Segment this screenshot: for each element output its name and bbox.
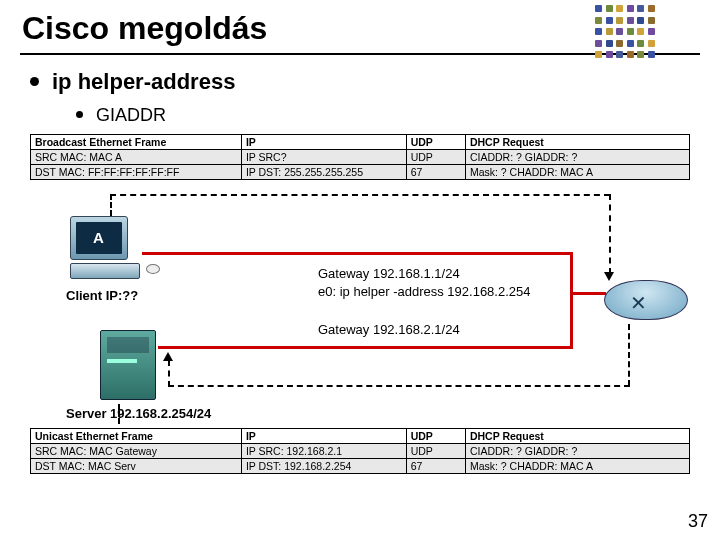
pc-label: A [93, 229, 104, 246]
cell: UDP [406, 444, 465, 459]
cell: DST MAC: FF:FF:FF:FF:FF:FF [31, 165, 242, 180]
cell: IP SRC? [241, 150, 406, 165]
arrow-router-to-server [168, 385, 630, 387]
bullet-giaddr: GIADDR [96, 105, 720, 126]
server-label: Server 192.168.2.254/24 [66, 406, 211, 421]
cell: Mask: ? CHADDR: MAC A [465, 459, 689, 474]
th-ip: IP [241, 429, 406, 444]
cell: SRC MAC: MAC A [31, 150, 242, 165]
th-dhcp: DHCP Request [465, 135, 689, 150]
bullet-ip-helper: ip helper-address [52, 69, 720, 95]
router-icon: ✕ [604, 280, 690, 330]
client-ip-label: Client IP:?? [66, 288, 138, 303]
th-frame: Unicast Ethernet Frame [31, 429, 242, 444]
cell: 67 [406, 459, 465, 474]
cell: 67 [406, 165, 465, 180]
link-vert [570, 252, 573, 348]
page-number: 37 [688, 511, 708, 532]
client-pc-icon: A [70, 216, 158, 279]
cell: DST MAC: MAC Serv [31, 459, 242, 474]
packet-table-unicast: Unicast Ethernet Frame IP UDP DHCP Reque… [30, 428, 690, 474]
th-dhcp: DHCP Request [465, 429, 689, 444]
th-frame: Broadcast Ethernet Frame [31, 135, 242, 150]
arrowhead-icon [163, 352, 173, 361]
topology: A Client IP:?? Gateway 192.168.1.1/24 e0… [30, 180, 690, 430]
cell: CIADDR: ? GIADDR: ? [465, 444, 689, 459]
th-udp: UDP [406, 135, 465, 150]
arrow-seg [609, 194, 611, 274]
link-to-router [570, 292, 606, 295]
cell: IP DST: 255.255.255.255 [241, 165, 406, 180]
server-icon [100, 330, 164, 400]
packet-table-broadcast: Broadcast Ethernet Frame IP UDP DHCP Req… [30, 134, 690, 180]
arrow-seg [110, 194, 112, 216]
gw-bot-label: Gateway 192.168.2.1/24 [318, 322, 460, 337]
helper-label: e0: ip helper -address 192.168.2.254 [318, 284, 531, 299]
gw-top-label: Gateway 192.168.1.1/24 [318, 266, 460, 281]
dhcp-relay-diagram: Broadcast Ethernet Frame IP UDP DHCP Req… [30, 134, 690, 494]
arrow-seg [118, 404, 120, 424]
cell: IP SRC: 192.168.2.1 [241, 444, 406, 459]
cell: CIADDR: ? GIADDR: ? [465, 150, 689, 165]
arrow-client-to-router [110, 194, 610, 196]
th-udp: UDP [406, 429, 465, 444]
link-bottom [158, 346, 573, 349]
arrow-seg [168, 360, 170, 387]
link-top [142, 252, 572, 255]
cell: UDP [406, 150, 465, 165]
cell: Mask: ? CHADDR: MAC A [465, 165, 689, 180]
decor-dots [595, 5, 655, 60]
cell: SRC MAC: MAC Gateway [31, 444, 242, 459]
arrow-seg [628, 324, 630, 386]
th-ip: IP [241, 135, 406, 150]
cell: IP DST: 192.168.2.254 [241, 459, 406, 474]
